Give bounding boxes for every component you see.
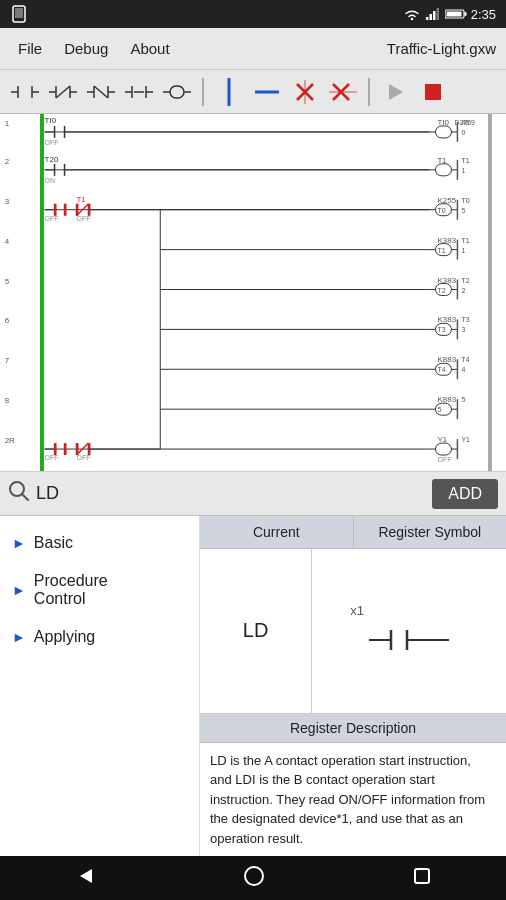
sidebar-item-basic-label: Basic xyxy=(34,534,73,552)
svg-text:3: 3 xyxy=(5,197,10,206)
status-left xyxy=(10,5,28,23)
time: 2:35 xyxy=(471,7,496,22)
svg-rect-4 xyxy=(433,11,436,20)
status-right: 2:35 xyxy=(403,7,496,22)
svg-text:1: 1 xyxy=(5,119,10,128)
ladder-svg: 1 TI0 OFF TI0 D2769 46 0 2 T20 ON T1 xyxy=(0,114,506,471)
chevron-right-icon: ► xyxy=(12,535,26,551)
svg-text:T1: T1 xyxy=(461,237,469,244)
svg-text:OFF: OFF xyxy=(45,454,59,461)
menu-bar: File Debug About Traffic-Light.gxw xyxy=(0,28,506,70)
svg-text:OFF: OFF xyxy=(76,454,90,461)
svg-text:T3: T3 xyxy=(437,326,445,333)
svg-text:T4: T4 xyxy=(461,356,469,363)
tool-delete-horizontal[interactable] xyxy=(326,75,360,109)
register-contact-symbol xyxy=(369,622,449,658)
svg-rect-5 xyxy=(436,8,439,20)
file-title: Traffic-Light.gxw xyxy=(387,40,496,57)
svg-text:T1: T1 xyxy=(76,195,86,204)
tool-vertical-line[interactable] xyxy=(212,75,246,109)
svg-rect-40 xyxy=(425,84,441,100)
menu-about[interactable]: About xyxy=(122,36,177,61)
svg-text:5: 5 xyxy=(5,277,10,286)
svg-text:T1: T1 xyxy=(437,247,445,254)
svg-rect-67 xyxy=(435,164,451,176)
tool-output-coil[interactable] xyxy=(160,75,194,109)
svg-line-169 xyxy=(22,494,28,500)
tool-delete-vertical[interactable] xyxy=(288,75,322,109)
nav-back-button[interactable] xyxy=(74,865,96,892)
svg-text:OFF: OFF xyxy=(45,215,59,222)
svg-text:ON: ON xyxy=(45,177,55,184)
sidebar-item-procedure-control[interactable]: ► ProcedureControl xyxy=(0,562,199,618)
svg-rect-7 xyxy=(464,12,466,16)
add-button[interactable]: ADD xyxy=(432,479,498,509)
svg-text:2: 2 xyxy=(461,287,465,294)
svg-marker-39 xyxy=(389,84,403,100)
svg-rect-164 xyxy=(435,443,451,455)
svg-rect-3 xyxy=(429,14,432,20)
svg-text:2R: 2R xyxy=(5,436,15,445)
menu-file[interactable]: File xyxy=(10,36,50,61)
tool-horizontal-line[interactable] xyxy=(250,75,284,109)
tool-normally-open[interactable] xyxy=(8,75,42,109)
svg-text:1: 1 xyxy=(461,247,465,254)
register-symbol-area: x1 xyxy=(312,549,506,713)
sidebar-item-procedure-control-label: ProcedureControl xyxy=(34,572,108,608)
svg-rect-52 xyxy=(435,126,451,138)
phone-icon xyxy=(10,5,28,23)
svg-rect-2 xyxy=(426,17,429,20)
register-body: LD x1 xyxy=(200,549,506,714)
register-panel: Current Register Symbol LD x1 Register D… xyxy=(200,516,506,856)
svg-rect-152 xyxy=(65,443,67,455)
svg-text:T2: T2 xyxy=(461,277,469,284)
tool-contact-4[interactable] xyxy=(122,75,156,109)
sidebar-item-applying-label: Applying xyxy=(34,628,95,646)
svg-line-17 xyxy=(56,86,70,98)
svg-marker-174 xyxy=(80,869,92,883)
menu-debug[interactable]: Debug xyxy=(56,36,116,61)
svg-text:OFF: OFF xyxy=(437,456,451,463)
svg-text:0: 0 xyxy=(461,129,465,136)
sidebar-item-basic[interactable]: ► Basic xyxy=(0,524,199,562)
svg-text:T20: T20 xyxy=(45,155,59,164)
ladder-diagram: 1 TI0 OFF TI0 D2769 46 0 2 T20 ON T1 xyxy=(0,114,506,472)
android-nav-bar xyxy=(0,856,506,900)
svg-rect-176 xyxy=(415,869,429,883)
tool-normally-closed[interactable] xyxy=(46,75,80,109)
symbol-x1-label: x1 xyxy=(320,603,364,618)
chevron-right-icon-2: ► xyxy=(12,582,26,598)
register-description-header: Register Description xyxy=(200,714,506,743)
svg-text:T0: T0 xyxy=(437,207,445,214)
chevron-right-icon-3: ► xyxy=(12,629,26,645)
svg-text:7: 7 xyxy=(5,356,10,365)
tool-contact-3[interactable] xyxy=(84,75,118,109)
tool-run[interactable] xyxy=(378,75,412,109)
nav-home-button[interactable] xyxy=(243,865,265,892)
svg-line-22 xyxy=(94,86,108,98)
bottom-panel: ► Basic ► ProcedureControl ► Applying Cu… xyxy=(0,516,506,856)
toolbar-separator-1 xyxy=(202,78,204,106)
search-input[interactable] xyxy=(36,483,426,504)
register-description-body: LD is the A contact operation start inst… xyxy=(200,743,506,857)
svg-text:8: 8 xyxy=(5,396,10,405)
nav-recents-button[interactable] xyxy=(412,866,432,891)
svg-point-175 xyxy=(245,867,263,885)
svg-text:TI0: TI0 xyxy=(45,116,57,125)
status-bar: 2:35 xyxy=(0,0,506,28)
svg-rect-8 xyxy=(446,12,461,17)
sidebar-item-applying[interactable]: ► Applying xyxy=(0,618,199,656)
register-header: Current Register Symbol xyxy=(200,516,506,549)
svg-rect-29 xyxy=(170,86,184,98)
tool-stop[interactable] xyxy=(416,75,450,109)
register-header-symbol: Register Symbol xyxy=(354,516,507,548)
battery-icon xyxy=(445,8,467,20)
search-icon xyxy=(8,480,30,507)
register-header-current: Current xyxy=(200,516,354,548)
svg-rect-78 xyxy=(65,204,67,216)
svg-text:T0: T0 xyxy=(461,197,469,204)
svg-text:2: 2 xyxy=(5,157,10,166)
toolbar xyxy=(0,70,506,114)
svg-text:T1: T1 xyxy=(461,157,469,164)
svg-text:OFF: OFF xyxy=(45,139,59,146)
